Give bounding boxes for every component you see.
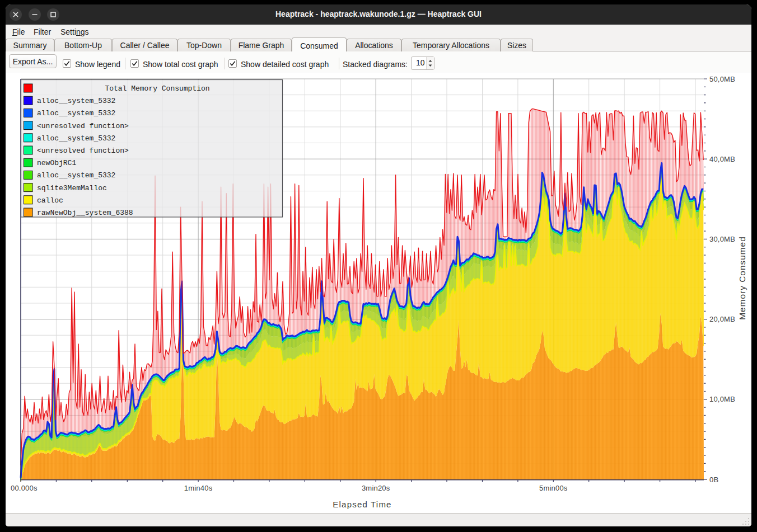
svg-text:3min20s: 3min20s bbox=[362, 484, 390, 492]
svg-text:alloc__system_5332: alloc__system_5332 bbox=[37, 109, 115, 117]
svg-text:20,0MB: 20,0MB bbox=[709, 315, 735, 323]
svg-text:30,0MB: 30,0MB bbox=[709, 235, 735, 243]
svg-text:10,0MB: 10,0MB bbox=[709, 395, 735, 403]
svg-text:5min00s: 5min00s bbox=[539, 484, 568, 492]
svg-text:Elapsed Time: Elapsed Time bbox=[333, 500, 391, 509]
svg-text:40,0MB: 40,0MB bbox=[709, 155, 735, 163]
svg-text:50,0MB: 50,0MB bbox=[709, 75, 735, 83]
svg-text:rawNewObj__system_6388: rawNewObj__system_6388 bbox=[37, 209, 133, 217]
svg-text:alloc__system_5332: alloc__system_5332 bbox=[37, 134, 115, 143]
svg-text:<unresolved function>: <unresolved function> bbox=[37, 122, 129, 130]
svg-text:alloc__system_5332: alloc__system_5332 bbox=[37, 171, 115, 180]
svg-text:sqlite3MemMalloc: sqlite3MemMalloc bbox=[37, 184, 107, 192]
svg-text:newObjRC1: newObjRC1 bbox=[37, 159, 76, 167]
svg-text:alloc__system_5332: alloc__system_5332 bbox=[37, 97, 115, 105]
svg-text:<unresolved function>: <unresolved function> bbox=[37, 147, 129, 155]
svg-text:Total Memory Consumption: Total Memory Consumption bbox=[105, 84, 209, 93]
svg-text:Memory Consumed: Memory Consumed bbox=[737, 236, 747, 320]
svg-text:calloc: calloc bbox=[37, 196, 63, 205]
svg-text:00.000s: 00.000s bbox=[11, 484, 38, 492]
svg-text:1min40s: 1min40s bbox=[184, 484, 213, 492]
svg-text:0B: 0B bbox=[709, 475, 718, 484]
